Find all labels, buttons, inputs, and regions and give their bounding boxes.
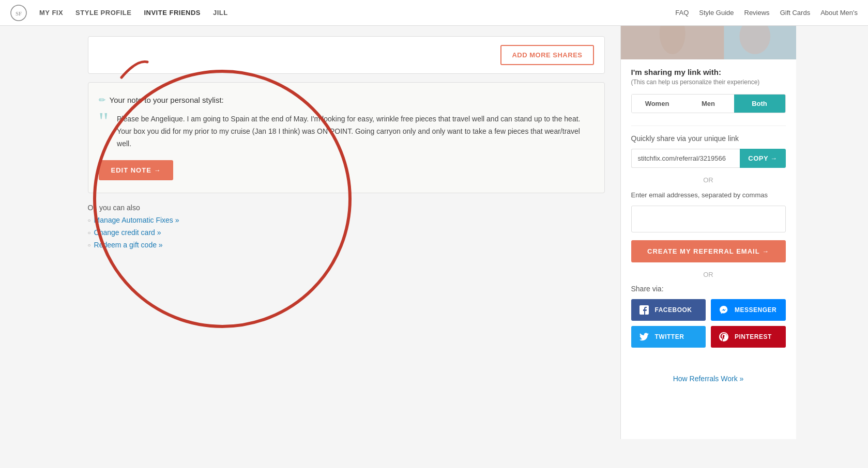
- social-buttons-grid: FACEBOOK MESSENGER: [631, 299, 786, 348]
- nav-left: SF MY FIX STYLE PROFILE INVITE FRIENDS J…: [10, 5, 228, 21]
- messenger-label: MESSENGER: [735, 306, 776, 314]
- manage-fixes-link[interactable]: Manage Automatic Fixes »: [94, 216, 179, 224]
- edit-note-button[interactable]: EDIT NOTE →: [99, 160, 174, 180]
- twitter-icon: [638, 331, 650, 342]
- quote-mark-icon: ": [99, 109, 109, 150]
- facebook-share-button[interactable]: FACEBOOK: [631, 299, 706, 321]
- note-card: ✏ Your note to your personal stylist: " …: [88, 82, 605, 193]
- sharing-sub: (This can help us personalize their expe…: [631, 79, 786, 86]
- top-nav: SF MY FIX STYLE PROFILE INVITE FRIENDS J…: [0, 0, 868, 26]
- how-referrals-section: How Referrals Work »: [621, 375, 796, 383]
- or-also-list: Manage Automatic Fixes » Change credit c…: [88, 216, 605, 249]
- email-input[interactable]: [631, 206, 786, 232]
- unique-link-row: COPY →: [631, 149, 786, 168]
- note-text: Please be Angelique. I am going to Spain…: [117, 113, 593, 150]
- nav-about-mens[interactable]: About Men's: [820, 9, 858, 17]
- copy-link-button[interactable]: COPY →: [740, 149, 785, 168]
- twitter-label: TWITTER: [655, 333, 684, 340]
- or-also-section: Or, you can also Manage Automatic Fixes …: [88, 204, 605, 249]
- nav-invite-friends[interactable]: INVITE FRIENDS: [144, 9, 201, 17]
- email-label: Enter email addresses, separated by comm…: [631, 190, 786, 200]
- sidebar-hero-image: [621, 26, 796, 59]
- create-referral-email-button[interactable]: CREATE MY REFERRAL EMAIL →: [631, 240, 786, 262]
- gender-men-button[interactable]: Men: [683, 95, 734, 113]
- nav-my-fix[interactable]: MY FIX: [39, 9, 63, 17]
- how-referrals-link[interactable]: How Referrals Work »: [673, 375, 744, 383]
- main-container: ADD MORE SHARES ✏ Your note to your pers…: [72, 26, 796, 439]
- twitter-share-button[interactable]: TWITTER: [631, 326, 706, 348]
- note-header-label: Your note to your personal stylist:: [110, 96, 224, 104]
- nav-right: FAQ Style Guide Reviews Gift Cards About…: [675, 9, 858, 17]
- facebook-icon: [638, 304, 650, 316]
- messenger-share-button[interactable]: MESSENGER: [711, 299, 786, 321]
- sidebar-inner: I'm sharing my link with: (This can help…: [621, 59, 796, 364]
- or-divider-2: OR: [631, 271, 786, 278]
- nav-style-profile[interactable]: STYLE PROFILE: [75, 9, 131, 17]
- share-via-title: Share via:: [631, 285, 786, 293]
- gender-both-button[interactable]: Both: [734, 95, 785, 113]
- or-also-label: Or, you can also: [88, 204, 140, 212]
- facebook-label: FACEBOOK: [655, 306, 692, 314]
- gender-women-button[interactable]: Women: [632, 95, 683, 113]
- list-item: Redeem a gift code »: [88, 241, 605, 249]
- share-link-title: Quickly share via your unique link: [631, 134, 786, 143]
- pinterest-share-button[interactable]: PINTEREST: [711, 326, 786, 348]
- nav-faq[interactable]: FAQ: [675, 9, 689, 17]
- referral-link-input[interactable]: [631, 149, 740, 168]
- add-shares-card: ADD MORE SHARES: [88, 36, 605, 74]
- nav-reviews[interactable]: Reviews: [744, 9, 770, 17]
- nav-style-guide[interactable]: Style Guide: [699, 9, 734, 17]
- redeem-gift-link[interactable]: Redeem a gift code »: [94, 241, 163, 249]
- svg-text:SF: SF: [16, 10, 22, 17]
- messenger-icon: [718, 304, 729, 316]
- note-header: ✏ Your note to your personal stylist:: [99, 95, 594, 105]
- gender-toggle: Women Men Both: [631, 94, 786, 113]
- list-item: Manage Automatic Fixes »: [88, 216, 605, 224]
- right-sidebar: I'm sharing my link with: (This can help…: [620, 26, 796, 439]
- nav-jill[interactable]: JILL: [213, 9, 228, 17]
- pinterest-icon: [718, 331, 729, 342]
- or-divider-1: OR: [631, 176, 786, 184]
- list-item: Change credit card »: [88, 228, 605, 237]
- left-content: ADD MORE SHARES ✏ Your note to your pers…: [72, 26, 620, 439]
- logo-icon: SF: [10, 5, 27, 21]
- pencil-icon: ✏: [99, 95, 105, 105]
- divider-1: [631, 126, 786, 126]
- add-more-shares-button[interactable]: ADD MORE SHARES: [500, 45, 593, 65]
- nav-gift-cards[interactable]: Gift Cards: [780, 9, 811, 17]
- sharing-title: I'm sharing my link with:: [631, 68, 786, 76]
- change-credit-link[interactable]: Change credit card »: [94, 228, 161, 237]
- pinterest-label: PINTEREST: [735, 333, 772, 340]
- note-body: " Please be Angelique. I am going to Spa…: [99, 113, 594, 150]
